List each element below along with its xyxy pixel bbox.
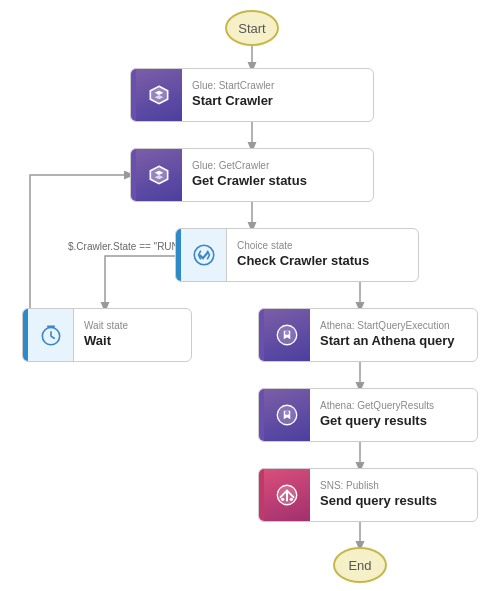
get-results-title: Get query results	[320, 412, 434, 430]
send-results-text: SNS: Publish Send query results	[310, 475, 447, 514]
get-crawler-node[interactable]: Glue: GetCrawler Get Crawler status	[130, 148, 374, 202]
wait-icon-wrap	[28, 309, 74, 361]
choice-title: Check Crawler status	[237, 252, 369, 270]
wait-service: Wait state	[84, 319, 128, 332]
sns-icon	[274, 482, 300, 508]
glue-icon-2	[146, 162, 172, 188]
choice-icon-wrap	[181, 229, 227, 281]
choice-state-node[interactable]: Choice state Check Crawler status	[175, 228, 419, 282]
svg-point-11	[285, 331, 289, 335]
wait-state-node[interactable]: Wait state Wait	[22, 308, 192, 362]
svg-point-8	[194, 245, 214, 265]
start-crawler-icon-wrap	[136, 69, 182, 121]
send-results-node[interactable]: SNS: Publish Send query results	[258, 468, 478, 522]
svg-point-13	[285, 411, 289, 415]
workflow-canvas: $.Crawler.State == "RUNNING" Default Sta…	[0, 0, 504, 591]
start-node: Start	[225, 10, 279, 46]
get-crawler-icon-wrap	[136, 149, 182, 201]
start-crawler-node[interactable]: Glue: StartCrawler Start Crawler	[130, 68, 374, 122]
wait-icon	[38, 322, 64, 348]
get-crawler-text: Glue: GetCrawler Get Crawler status	[182, 155, 317, 194]
choice-icon	[191, 242, 217, 268]
start-label: Start	[238, 21, 265, 36]
start-oval: Start	[225, 10, 279, 46]
wait-title: Wait	[84, 332, 128, 350]
get-results-node[interactable]: Athena: GetQueryResults Get query result…	[258, 388, 478, 442]
get-crawler-service: Glue: GetCrawler	[192, 159, 307, 172]
get-results-service: Athena: GetQueryResults	[320, 399, 434, 412]
svg-point-16	[290, 498, 293, 501]
end-label: End	[348, 558, 371, 573]
start-crawler-service: Glue: StartCrawler	[192, 79, 274, 92]
start-athena-title: Start an Athena query	[320, 332, 455, 350]
get-results-icon-wrap	[264, 389, 310, 441]
choice-service: Choice state	[237, 239, 369, 252]
get-crawler-title: Get Crawler status	[192, 172, 307, 190]
athena-icon	[274, 322, 300, 348]
svg-point-15	[281, 498, 284, 501]
send-results-title: Send query results	[320, 492, 437, 510]
athena-icon-2	[274, 402, 300, 428]
wait-text: Wait state Wait	[74, 315, 138, 354]
start-athena-service: Athena: StartQueryExecution	[320, 319, 455, 332]
get-results-text: Athena: GetQueryResults Get query result…	[310, 395, 444, 434]
start-athena-icon-wrap	[264, 309, 310, 361]
send-results-service: SNS: Publish	[320, 479, 437, 492]
choice-text: Choice state Check Crawler status	[227, 235, 379, 274]
start-athena-text: Athena: StartQueryExecution Start an Ath…	[310, 315, 465, 354]
start-crawler-title: Start Crawler	[192, 92, 274, 110]
glue-icon	[146, 82, 172, 108]
end-oval: End	[333, 547, 387, 583]
start-athena-node[interactable]: Athena: StartQueryExecution Start an Ath…	[258, 308, 478, 362]
end-node: End	[333, 547, 387, 583]
start-crawler-text: Glue: StartCrawler Start Crawler	[182, 75, 284, 114]
send-results-icon-wrap	[264, 469, 310, 521]
